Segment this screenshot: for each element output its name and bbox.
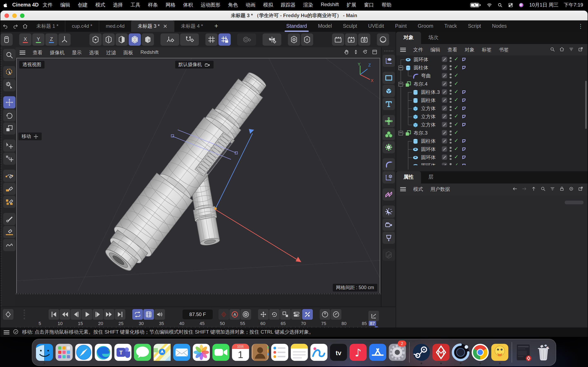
edit-enable-toggle[interactable] — [442, 98, 447, 103]
om-menu-item[interactable]: 编辑 — [430, 46, 440, 53]
edit-enable-toggle[interactable] — [442, 73, 447, 78]
edit-enable-toggle[interactable] — [442, 146, 447, 152]
object-create-button[interactable] — [383, 128, 395, 140]
timeline-drag-handle[interactable] — [24, 309, 26, 319]
phong-tag-icon[interactable] — [461, 57, 467, 62]
panel-tab[interactable]: 层 — [421, 171, 441, 184]
toolbar-button[interactable] — [116, 33, 128, 46]
enabled-checkmark[interactable]: ✓ — [454, 154, 458, 160]
dock-app-facetime[interactable] — [211, 341, 231, 364]
transport-button[interactable] — [93, 309, 103, 320]
dock-app-c4d[interactable] — [451, 341, 470, 364]
toolbar-button[interactable] — [180, 33, 199, 46]
panel-tab[interactable]: 场次 — [421, 32, 446, 44]
enabled-checkmark[interactable]: ✓ — [454, 162, 458, 168]
keying-button[interactable]: A — [229, 309, 240, 320]
toolbar-button[interactable] — [142, 33, 154, 46]
edit-enable-toggle[interactable] — [442, 138, 447, 143]
transport-button[interactable] — [143, 309, 154, 320]
object-tree-row[interactable]: 立方体 ✓ — [396, 113, 588, 121]
viewport-menu-item[interactable]: 查看 — [33, 49, 43, 56]
battery-icon[interactable] — [470, 2, 482, 8]
menu-item[interactable]: 动画 — [246, 1, 255, 8]
object-name[interactable]: 立方体 — [421, 113, 436, 120]
enabled-checkmark[interactable]: ✓ — [454, 72, 458, 78]
object-tree-row[interactable]: 弯曲 ✓ — [396, 72, 588, 80]
object-name[interactable]: 圆柱体 — [421, 138, 436, 145]
menu-item[interactable]: 模拟 — [263, 1, 273, 8]
dock-app-freeform[interactable] — [309, 341, 329, 364]
tool-button[interactable] — [3, 226, 15, 238]
object-tree-row[interactable]: 立方体 ✓ — [396, 104, 588, 113]
object-create-button[interactable] — [383, 72, 395, 84]
object-tree-row[interactable]: 立方体 ✓ — [396, 121, 588, 129]
toolbar-button[interactable] — [205, 33, 218, 46]
viewport-menu-item[interactable]: 过滤 — [106, 49, 116, 56]
toolbar-button[interactable] — [358, 33, 370, 46]
object-name[interactable]: 圆柱体 — [421, 97, 436, 104]
tool-button[interactable] — [3, 49, 15, 61]
phong-tag-icon[interactable] — [461, 65, 467, 70]
keying-button[interactable] — [280, 309, 291, 320]
object-tree-row[interactable]: 圆环体 ✓ — [396, 145, 588, 153]
transport-button[interactable] — [104, 309, 114, 320]
menu-item[interactable]: 帮助 — [381, 1, 391, 8]
document-tab[interactable]: med.c4d — [99, 20, 131, 32]
object-create-button[interactable] — [383, 115, 395, 127]
menu-item[interactable]: 模式 — [95, 1, 105, 8]
enabled-checkmark[interactable]: ✓ — [454, 97, 458, 103]
keying-button[interactable] — [331, 309, 341, 320]
edit-enable-toggle[interactable] — [442, 57, 447, 62]
window-titlebar[interactable]: 未标题 3 * （学生许可 - Freddy Hu的非商业许可） - Main — [0, 11, 588, 20]
nav-icon[interactable] — [10, 23, 20, 29]
phong-tag-icon[interactable] — [461, 114, 467, 119]
enabled-checkmark[interactable]: ✓ — [454, 80, 458, 86]
viewport-menu-item[interactable]: 选项 — [89, 49, 99, 56]
tool-button[interactable] — [3, 66, 15, 78]
tool-button[interactable] — [3, 152, 15, 165]
tool-button[interactable] — [3, 109, 15, 122]
toolbar-button[interactable] — [263, 33, 281, 46]
app-menu-title[interactable]: Cinema 4D — [12, 2, 39, 8]
nav-icon[interactable] — [20, 23, 30, 29]
om-menu-item[interactable]: 书签 — [499, 46, 509, 53]
keying-button[interactable] — [241, 309, 251, 320]
menu-item[interactable]: 角色 — [228, 1, 238, 8]
dock-app-trash[interactable] — [534, 341, 553, 364]
menu-item[interactable]: 工具 — [130, 1, 140, 8]
keying-button[interactable] — [302, 309, 313, 320]
panel-tab[interactable]: 属性 — [396, 171, 421, 184]
attr-menu-item[interactable]: 模式 — [413, 186, 423, 193]
object-name[interactable]: 圆环体 — [421, 162, 436, 169]
om-menu-item[interactable]: 标签 — [482, 46, 492, 53]
dock-app-photos[interactable] — [191, 341, 211, 364]
dock-app-teams[interactable]: T — [113, 341, 133, 364]
menu-item[interactable]: 编辑 — [60, 1, 70, 8]
dock-app-settings[interactable]: 2 — [388, 341, 407, 364]
dock-app-mapp[interactable] — [431, 341, 451, 364]
view-label[interactable]: 透视视图 — [19, 61, 44, 68]
menu-item[interactable]: 跟踪器 — [281, 1, 295, 8]
object-name[interactable]: 圆环体 — [421, 146, 436, 153]
viewport-menu-item[interactable]: 摄像机 — [50, 49, 65, 56]
menu-item[interactable]: 选择 — [113, 1, 123, 8]
enabled-checkmark[interactable]: ✓ — [454, 129, 458, 135]
dock-app-music[interactable]: ♪ — [348, 341, 368, 364]
enabled-checkmark[interactable]: ✓ — [454, 89, 458, 95]
object-tree-row[interactable]: 布尔.4 ✓ — [396, 80, 588, 88]
attr-toolbar-icon[interactable] — [512, 186, 518, 193]
layout-tab[interactable]: Track — [444, 20, 457, 32]
enabled-checkmark[interactable]: ✓ — [454, 105, 458, 111]
menu-item[interactable]: 样条 — [148, 1, 158, 8]
attr-scrollbar-thumb[interactable] — [565, 201, 584, 204]
dock-app-duck[interactable] — [490, 341, 510, 364]
attr-toolbar-icon[interactable] — [559, 186, 565, 193]
object-create-button[interactable] — [383, 188, 395, 201]
layout-tab[interactable]: Nodes — [492, 20, 507, 32]
attr-toolbar-icon[interactable] — [550, 186, 555, 193]
visibility-dots[interactable] — [450, 57, 451, 62]
keying-button[interactable] — [291, 309, 302, 320]
visibility-dots[interactable] — [450, 155, 451, 160]
dock-app-tv[interactable]: tv — [329, 341, 348, 364]
edit-enable-toggle[interactable] — [442, 155, 447, 160]
